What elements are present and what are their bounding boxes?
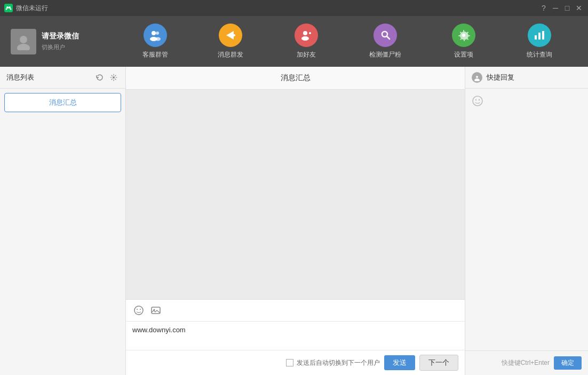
- emoji-input-button[interactable]: [132, 304, 145, 317]
- svg-point-22: [134, 306, 143, 315]
- refresh-button[interactable]: [94, 72, 105, 83]
- image-input-button[interactable]: [149, 304, 162, 317]
- right-panel-title: 快捷回复: [487, 73, 514, 82]
- nav-label-detect: 检测僵尸粉: [369, 50, 401, 59]
- title-text: 微信未运行: [16, 4, 48, 13]
- sidebar-item-summary[interactable]: 消息汇总: [4, 93, 121, 112]
- next-button[interactable]: 下一个: [419, 355, 458, 371]
- svg-point-29: [473, 96, 482, 106]
- title-bar-left: 微信未运行: [4, 4, 48, 13]
- sidebar-actions: [94, 72, 119, 83]
- svg-point-4: [20, 36, 27, 43]
- input-area: www.downyi.com 发送后自动切换到下一个用户 发送 下一个: [126, 299, 465, 375]
- user-name: 请登录微信: [42, 32, 79, 41]
- svg-point-24: [140, 309, 141, 310]
- window-controls: ? ─ □ ✕: [539, 3, 584, 13]
- sidebar-header: 消息列表: [0, 67, 125, 89]
- svg-point-28: [474, 79, 480, 81]
- svg-point-7: [156, 32, 159, 35]
- toolbar-nav: 客服群管 消息群发 加好友 检测僵尸粉 设置项: [117, 19, 577, 64]
- sidebar-list: 消息汇总: [0, 89, 125, 116]
- detect-icon: [374, 24, 397, 47]
- minimize-button[interactable]: ─: [551, 3, 560, 13]
- right-panel-content: [465, 89, 588, 350]
- svg-point-0: [6, 6, 9, 9]
- nav-item-broadcast[interactable]: 消息群发: [209, 19, 252, 64]
- shortcut-hint: 快捷键Ctrl+Enter: [502, 358, 550, 368]
- right-panel-footer: 快捷键Ctrl+Enter 确定: [465, 350, 588, 375]
- svg-point-12: [301, 36, 309, 41]
- svg-point-27: [476, 76, 478, 78]
- input-footer: 发送后自动切换到下一个用户 发送 下一个: [126, 350, 465, 375]
- svg-point-9: [155, 37, 161, 41]
- svg-point-31: [479, 99, 480, 100]
- sidebar: 消息列表 消息汇总: [0, 67, 126, 375]
- switch-user-link[interactable]: 切换用户: [42, 43, 79, 51]
- svg-point-2: [6, 9, 7, 10]
- nav-item-customer[interactable]: 客服群管: [134, 19, 177, 64]
- svg-rect-18: [535, 35, 537, 40]
- center-panel: 消息汇总 www.downyi.com 发送后自动切换到下一个用户 发送 下一个: [126, 67, 465, 375]
- nav-label-customer: 客服群管: [142, 50, 168, 59]
- nav-item-stats[interactable]: 统计查询: [518, 19, 561, 64]
- svg-point-10: [233, 34, 235, 36]
- sidebar-title: 消息列表: [6, 73, 34, 82]
- svg-point-23: [137, 309, 138, 310]
- svg-point-30: [475, 99, 476, 100]
- center-header: 消息汇总: [126, 67, 465, 90]
- svg-point-21: [113, 76, 115, 79]
- nav-item-detect[interactable]: 检测僵尸粉: [361, 19, 410, 64]
- app-logo-icon: [4, 4, 13, 12]
- auto-switch-text: 发送后自动切换到下一个用户: [297, 358, 380, 368]
- toolbar: 请登录微信 切换用户 客服群管 消息群发 加好友 检测僵尸粉: [0, 16, 588, 67]
- user-section: 请登录微信 切换用户: [11, 29, 117, 54]
- auto-switch-label: 发送后自动切换到下一个用户: [286, 358, 380, 368]
- maximize-button[interactable]: □: [562, 3, 572, 13]
- nav-label-broadcast: 消息群发: [218, 50, 243, 59]
- svg-point-3: [10, 9, 12, 10]
- right-panel-header: 快捷回复: [465, 67, 588, 89]
- nav-label-stats: 统计查询: [527, 50, 552, 59]
- customer-icon: [144, 24, 167, 47]
- user-info: 请登录微信 切换用户: [42, 32, 79, 51]
- nav-item-addfriend[interactable]: 加好友: [285, 19, 328, 64]
- message-input[interactable]: www.downyi.com: [126, 322, 465, 348]
- nav-item-settings[interactable]: 设置项: [442, 19, 485, 64]
- input-toolbar: [126, 300, 465, 322]
- help-button[interactable]: ?: [539, 3, 549, 13]
- send-button[interactable]: 发送: [384, 355, 415, 370]
- confirm-button[interactable]: 确定: [554, 356, 582, 370]
- settings-icon: [452, 24, 475, 47]
- settings-sidebar-button[interactable]: [108, 72, 119, 83]
- svg-rect-19: [538, 33, 541, 40]
- quick-reply-emoji[interactable]: [472, 95, 582, 110]
- avatar: [11, 29, 36, 54]
- broadcast-icon: [219, 24, 242, 47]
- nav-label-addfriend: 加好友: [297, 50, 316, 59]
- stats-icon: [528, 24, 551, 47]
- quick-reply-icon: [472, 72, 482, 83]
- message-area: [126, 90, 465, 299]
- nav-label-settings: 设置项: [454, 50, 473, 59]
- svg-point-6: [152, 31, 156, 35]
- close-button[interactable]: ✕: [574, 3, 584, 13]
- main-content: 消息列表 消息汇总 消息汇总: [0, 67, 588, 375]
- right-panel: 快捷回复 快捷键Ctrl+Enter 确定: [465, 67, 588, 375]
- svg-rect-25: [152, 307, 160, 314]
- title-bar: 微信未运行 ? ─ □ ✕: [0, 0, 588, 16]
- svg-point-11: [303, 31, 307, 35]
- addfriend-icon: [295, 24, 318, 47]
- svg-point-5: [17, 44, 30, 50]
- svg-rect-20: [542, 31, 544, 40]
- svg-line-16: [387, 36, 390, 39]
- svg-point-1: [9, 6, 11, 9]
- auto-switch-checkbox[interactable]: [286, 359, 293, 366]
